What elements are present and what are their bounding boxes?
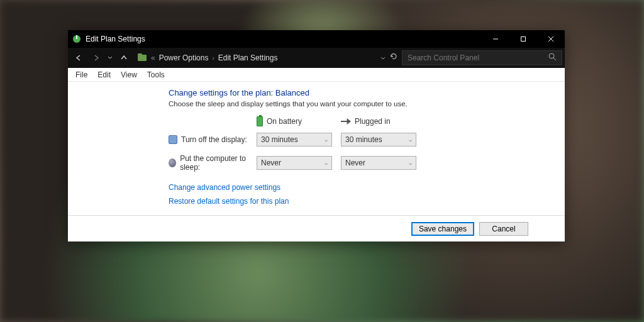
- maximize-icon: [520, 36, 526, 42]
- breadcrumb[interactable]: « Power Options › Edit Plan Settings: [133, 50, 379, 65]
- display-plugged-value: 30 minutes: [345, 135, 382, 144]
- arrow-right-icon: [92, 53, 101, 62]
- back-button[interactable]: [70, 50, 87, 66]
- col-plugged-in: Plugged in: [341, 116, 416, 126]
- nav-toolbar: « Power Options › Edit Plan Settings: [68, 48, 565, 68]
- minimize-icon: [492, 36, 499, 42]
- row-put-computer-sleep: Put the computer to sleep: Never ⌵ Never…: [169, 154, 565, 172]
- refresh-button[interactable]: [389, 52, 398, 64]
- close-icon: [548, 36, 554, 42]
- minimize-button[interactable]: [482, 30, 509, 48]
- up-button[interactable]: [116, 50, 132, 66]
- sleep-icon: [169, 158, 176, 167]
- link-advanced-settings[interactable]: Change advanced power settings: [169, 183, 280, 192]
- chevron-down-icon: [108, 55, 113, 60]
- save-button[interactable]: Save changes: [411, 222, 474, 236]
- search-input[interactable]: [408, 53, 548, 62]
- titlebar[interactable]: Edit Plan Settings: [68, 30, 565, 48]
- row-display-label: Turn off the display:: [181, 135, 247, 144]
- chevron-down-icon: ⌵: [409, 136, 412, 143]
- sleep-plugged-value: Never: [345, 158, 365, 167]
- breadcrumb-item-power-options[interactable]: Power Options: [159, 53, 209, 62]
- search-box[interactable]: [402, 50, 562, 65]
- row-sleep-label: Put the computer to sleep:: [180, 154, 257, 172]
- close-button[interactable]: [537, 30, 565, 48]
- menu-edit[interactable]: Edit: [92, 70, 116, 79]
- display-icon: [169, 135, 177, 144]
- chevron-down-icon: [380, 56, 386, 61]
- breadcrumb-item-edit-plan[interactable]: Edit Plan Settings: [218, 53, 278, 62]
- page-title: Change settings for the plan: Balanced: [169, 88, 565, 97]
- display-battery-dropdown[interactable]: 30 minutes ⌵: [257, 133, 332, 147]
- breadcrumb-sep-icon: ›: [212, 55, 214, 62]
- page-subtext: Choose the sleep and display settings th…: [169, 100, 565, 108]
- content-area: Change settings for the plan: Balanced C…: [68, 82, 565, 215]
- col-on-battery: On battery: [257, 116, 332, 126]
- row-turn-off-display: Turn off the display: 30 minutes ⌵ 30 mi…: [169, 133, 565, 147]
- forward-button[interactable]: [88, 50, 104, 66]
- sleep-battery-value: Never: [261, 158, 281, 167]
- chevron-down-icon: ⌵: [325, 160, 328, 166]
- breadcrumb-dropdown[interactable]: [380, 52, 386, 64]
- refresh-icon: [389, 52, 398, 61]
- svg-rect-1: [76, 35, 77, 39]
- app-icon: [72, 34, 82, 44]
- menu-view[interactable]: View: [116, 70, 142, 79]
- menu-tools[interactable]: Tools: [142, 70, 170, 79]
- display-battery-value: 30 minutes: [261, 135, 298, 144]
- chevron-down-icon: ⌵: [325, 136, 328, 143]
- sleep-battery-dropdown[interactable]: Never ⌵: [257, 156, 332, 170]
- battery-icon: [257, 116, 263, 126]
- link-restore-defaults[interactable]: Restore default settings for this plan: [169, 197, 289, 206]
- search-icon[interactable]: [548, 53, 557, 63]
- arrow-left-icon: [74, 53, 83, 62]
- display-plugged-dropdown[interactable]: 30 minutes ⌵: [341, 133, 416, 147]
- svg-point-8: [549, 53, 554, 58]
- footer-buttons: Save changes Cancel: [68, 215, 565, 242]
- col-plugged-label: Plugged in: [355, 117, 391, 126]
- column-headers: On battery Plugged in: [257, 116, 565, 126]
- arrow-up-icon: [119, 53, 128, 62]
- sleep-plugged-dropdown[interactable]: Never ⌵: [341, 156, 416, 170]
- col-battery-label: On battery: [267, 117, 302, 126]
- cancel-button[interactable]: Cancel: [479, 222, 528, 236]
- links-section: Change advanced power settings Restore d…: [169, 183, 565, 206]
- window-title: Edit Plan Settings: [86, 35, 145, 43]
- svg-rect-3: [521, 37, 526, 42]
- menubar: File Edit View Tools: [68, 68, 565, 82]
- folder-icon: [137, 53, 147, 64]
- recent-dropdown[interactable]: [106, 50, 114, 66]
- edit-plan-settings-window: Edit Plan Settings « Power Op: [68, 30, 565, 242]
- maximize-button[interactable]: [509, 30, 537, 48]
- breadcrumb-prefix: «: [151, 53, 155, 62]
- menu-file[interactable]: File: [70, 70, 92, 79]
- plug-icon: [341, 118, 351, 125]
- chevron-down-icon: ⌵: [409, 160, 412, 166]
- svg-rect-7: [138, 53, 142, 56]
- svg-line-9: [553, 58, 556, 60]
